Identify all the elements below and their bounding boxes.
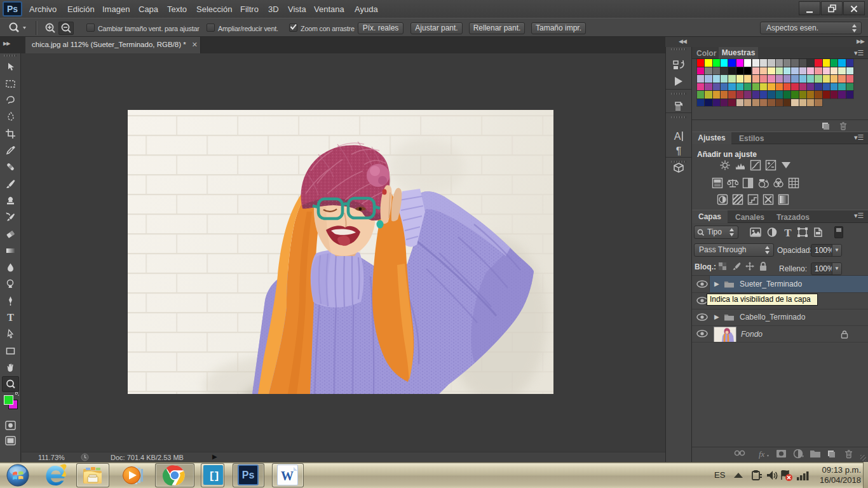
svg-text:W: W <box>281 469 294 483</box>
svg-text:T: T <box>7 312 14 323</box>
svg-text:¶: ¶ <box>676 146 682 156</box>
svg-text:A: A <box>674 131 681 142</box>
svg-text:T: T <box>784 227 792 238</box>
svg-text:]: ] <box>214 470 220 482</box>
svg-text:fx: fx <box>759 449 765 459</box>
